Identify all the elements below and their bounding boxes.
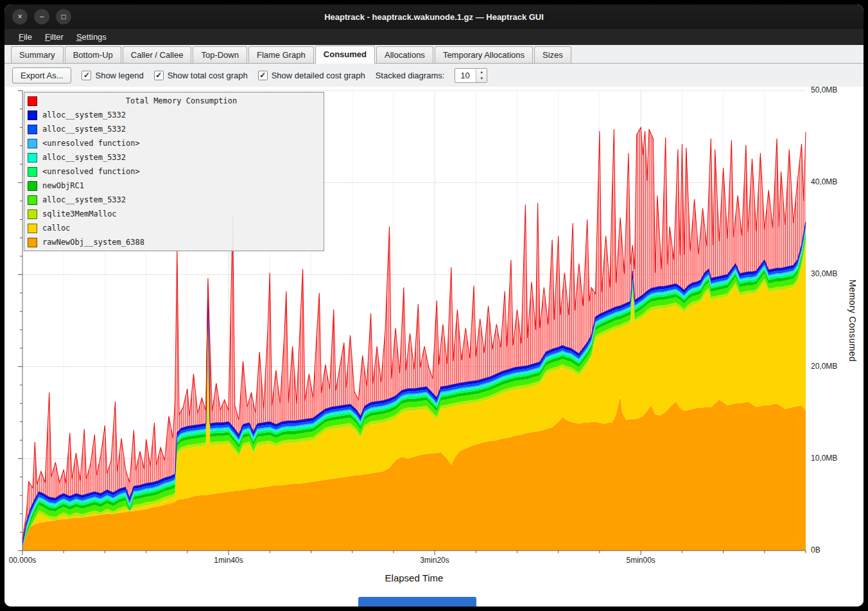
stacked-diagrams-label: Stacked diagrams:: [376, 71, 445, 80]
maximize-button[interactable]: □: [56, 9, 71, 24]
window-controls: ×−□: [12, 9, 71, 24]
y-tick-label: 0B: [811, 545, 820, 554]
titlebar: ×−□ Heaptrack - heaptrack.wakunode.1.gz …: [4, 4, 864, 29]
legend-label: alloc__system_5332: [42, 153, 126, 162]
legend-swatch: [28, 125, 37, 134]
legend-swatch: [28, 96, 37, 106]
legend-row: alloc__system_5332: [24, 108, 324, 122]
tab-top-down[interactable]: Top-Down: [193, 46, 247, 63]
x-tick-label: 1min40s: [214, 556, 243, 565]
tab-summary[interactable]: Summary: [11, 46, 64, 63]
spin-up-icon: ▲: [480, 70, 483, 74]
legend-row: alloc__system_5332: [24, 150, 324, 164]
spinbox-value: 10: [455, 69, 476, 82]
legend-row: rawNewObj__system_6388: [24, 235, 324, 249]
legend-label: sqlite3MemMalloc: [42, 209, 117, 218]
spinbox-down-button[interactable]: ▼: [476, 75, 487, 82]
legend-swatch: [28, 111, 37, 120]
tab-bar: SummaryBottom-UpCaller / CalleeTop-DownF…: [4, 45, 864, 64]
legend-label: newObjRC1: [42, 181, 84, 190]
export-as-button[interactable]: Export As...: [12, 67, 71, 84]
tab-flame-graph[interactable]: Flame Graph: [248, 46, 314, 63]
toolbar: Export As... ✓Show legend✓Show total cos…: [4, 64, 864, 87]
legend-row: newObjRC1: [24, 179, 324, 193]
spin-down-icon: ▼: [480, 76, 483, 80]
y-tick-label: 40,0MB: [811, 177, 837, 186]
legend-title: Total Memory Consumption: [42, 96, 320, 105]
tab-allocations[interactable]: Allocations: [376, 46, 433, 63]
legend-swatch: [28, 238, 37, 247]
legend-label: <unresolved function>: [42, 167, 140, 176]
spinbox-buttons: ▲ ▼: [476, 69, 487, 82]
bottom-accent-bar: [358, 597, 476, 607]
tab-consumed[interactable]: Consumed: [315, 46, 375, 64]
checkbox-show-total-cost-graph[interactable]: ✓Show total cost graph: [154, 71, 248, 80]
legend-swatch: [28, 195, 37, 205]
legend-swatch: [28, 209, 37, 219]
legend-label: alloc__system_5332: [42, 125, 126, 134]
x-tick-label: 3min20s: [420, 556, 449, 565]
legend-swatch: [28, 224, 37, 233]
tab-sizes[interactable]: Sizes: [534, 46, 571, 63]
checkbox-show-detailed-cost-graph[interactable]: ✓Show detailed cost graph: [258, 71, 365, 80]
checkbox-box[interactable]: ✓: [82, 71, 91, 80]
legend-row: alloc__system_5332: [24, 122, 324, 136]
legend-title-row: Total Memory Consumption: [24, 94, 324, 108]
menubar: FileFilterSettings: [4, 29, 864, 45]
minimize-icon: −: [39, 13, 44, 21]
tab-caller-callee[interactable]: Caller / Callee: [123, 46, 192, 63]
checkbox-show-legend[interactable]: ✓Show legend: [82, 71, 143, 80]
spinbox-up-button[interactable]: ▲: [476, 69, 487, 76]
legend-row: <unresolved function>: [24, 136, 324, 150]
chart-area: Total Memory Consumptionalloc__system_53…: [4, 87, 864, 607]
legend-swatch: [28, 181, 37, 191]
chart-legend: Total Memory Consumptionalloc__system_53…: [24, 92, 324, 251]
legend-label: rawNewObj__system_6388: [42, 238, 144, 247]
menu-file[interactable]: File: [12, 30, 39, 44]
tab-bottom-up[interactable]: Bottom-Up: [65, 46, 121, 63]
close-button[interactable]: ×: [12, 9, 28, 24]
check-icon: ✓: [83, 71, 90, 79]
checkbox-label: Show legend: [95, 71, 143, 80]
y-tick-label: 10,0MB: [811, 454, 837, 463]
minimize-button[interactable]: −: [34, 9, 49, 24]
legend-swatch: [28, 139, 37, 148]
menu-filter[interactable]: Filter: [39, 30, 70, 44]
legend-swatch: [28, 167, 37, 177]
legend-label: calloc: [42, 224, 70, 233]
close-icon: ×: [17, 13, 22, 21]
x-axis-title: Elapsed Time: [385, 572, 444, 583]
y-tick-label: 20,0MB: [811, 362, 837, 371]
app-window: ×−□ Heaptrack - heaptrack.wakunode.1.gz …: [4, 4, 864, 607]
legend-row: sqlite3MemMalloc: [24, 207, 324, 221]
menu-settings[interactable]: Settings: [70, 30, 113, 44]
legend-label: <unresolved function>: [42, 139, 140, 148]
x-tick-label: 00.000s: [9, 556, 37, 565]
window-title: Heaptrack - heaptrack.wakunode.1.gz — He…: [324, 12, 544, 22]
check-icon: ✓: [155, 71, 162, 79]
legend-row: alloc__system_5332: [24, 193, 324, 207]
checkbox-box[interactable]: ✓: [258, 71, 268, 80]
y-axis-title: Memory Consumed: [847, 279, 858, 362]
legend-label: alloc__system_5332: [42, 111, 126, 120]
y-tick-label: 50,0MB: [811, 85, 837, 94]
checkbox-label: Show detailed cost graph: [272, 71, 365, 80]
stacked-diagrams-spinbox[interactable]: 10 ▲ ▼: [455, 68, 487, 83]
checkbox-box[interactable]: ✓: [154, 71, 164, 80]
check-icon: ✓: [259, 71, 266, 79]
tab-temporary-allocations[interactable]: Temporary Allocations: [435, 46, 533, 63]
checkbox-label: Show total cost graph: [168, 71, 248, 80]
maximize-icon: □: [61, 13, 65, 21]
legend-swatch: [28, 153, 37, 163]
legend-label: alloc__system_5332: [42, 195, 126, 204]
x-tick-label: 5min00s: [626, 556, 655, 565]
legend-row: <unresolved function>: [24, 164, 324, 179]
legend-row: calloc: [24, 221, 324, 235]
y-tick-label: 30,0MB: [811, 269, 837, 278]
